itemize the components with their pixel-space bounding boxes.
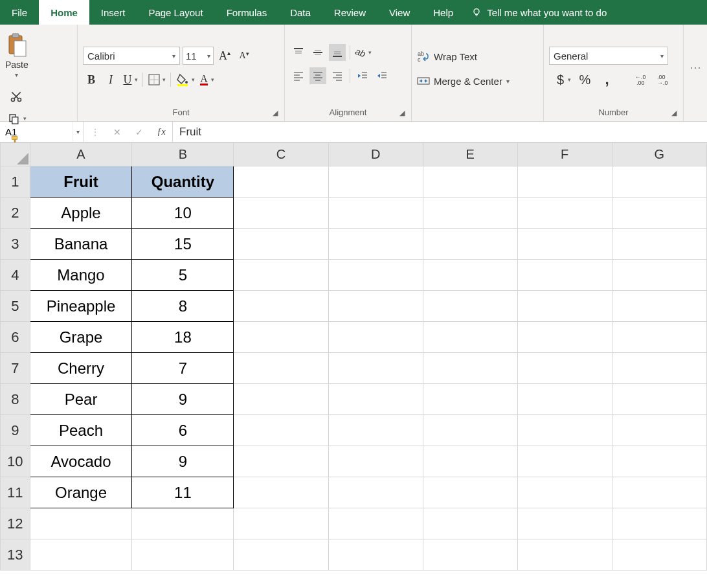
cell-F8[interactable] bbox=[517, 384, 612, 415]
cell-G13[interactable] bbox=[612, 539, 706, 571]
cell-G8[interactable] bbox=[612, 384, 706, 415]
percent-button[interactable]: % bbox=[577, 71, 594, 88]
cell-B2[interactable]: 10 bbox=[132, 198, 234, 229]
row-header-10[interactable]: 10 bbox=[1, 446, 30, 477]
cell-B7[interactable]: 7 bbox=[132, 353, 234, 384]
cell-G12[interactable] bbox=[612, 508, 706, 539]
cell-C9[interactable] bbox=[234, 415, 328, 446]
currency-button[interactable]: $ bbox=[555, 71, 572, 88]
column-header-B[interactable]: B bbox=[132, 143, 234, 166]
align-center-button[interactable] bbox=[309, 67, 326, 84]
cell-F4[interactable] bbox=[517, 260, 612, 291]
cell-D8[interactable] bbox=[328, 384, 423, 415]
tab-data[interactable]: Data bbox=[278, 0, 322, 25]
cell-D1[interactable] bbox=[328, 166, 423, 198]
cell-F3[interactable] bbox=[517, 229, 612, 260]
cell-F12[interactable] bbox=[517, 508, 612, 539]
cell-C4[interactable] bbox=[234, 260, 328, 291]
column-header-A[interactable]: A bbox=[30, 143, 132, 166]
align-left-button[interactable] bbox=[290, 67, 307, 84]
font-name-select[interactable]: Calibri▾ bbox=[83, 47, 180, 65]
cell-E6[interactable] bbox=[423, 322, 517, 353]
cell-D12[interactable] bbox=[328, 508, 423, 539]
cell-F7[interactable] bbox=[517, 353, 612, 384]
align-middle-button[interactable] bbox=[309, 44, 326, 61]
row-header-13[interactable]: 13 bbox=[1, 539, 30, 571]
font-color-button[interactable]: A bbox=[198, 71, 215, 88]
decrease-font-button[interactable]: A▾ bbox=[236, 47, 252, 64]
cell-A10[interactable]: Avocado bbox=[30, 446, 132, 477]
increase-indent-button[interactable] bbox=[374, 67, 390, 84]
cell-E3[interactable] bbox=[423, 229, 517, 260]
cell-D2[interactable] bbox=[328, 198, 423, 229]
cell-B1[interactable]: Quantity bbox=[132, 166, 234, 198]
cell-E2[interactable] bbox=[423, 198, 517, 229]
tab-help[interactable]: Help bbox=[421, 0, 465, 25]
alignment-dialog-launcher[interactable]: ◢ bbox=[399, 109, 405, 117]
font-size-select[interactable]: 11▾ bbox=[183, 47, 214, 65]
cell-A8[interactable]: Pear bbox=[30, 384, 132, 415]
row-header-11[interactable]: 11 bbox=[1, 477, 30, 508]
cell-E8[interactable] bbox=[423, 384, 517, 415]
formula-input[interactable]: Fruit bbox=[173, 122, 707, 142]
cell-D7[interactable] bbox=[328, 353, 423, 384]
number-dialog-launcher[interactable]: ◢ bbox=[671, 109, 677, 117]
increase-font-button[interactable]: A▴ bbox=[216, 47, 233, 64]
cell-B9[interactable]: 6 bbox=[132, 415, 234, 446]
align-right-button[interactable] bbox=[329, 67, 346, 84]
row-header-4[interactable]: 4 bbox=[1, 260, 30, 291]
align-top-button[interactable] bbox=[290, 44, 307, 61]
tab-review[interactable]: Review bbox=[322, 0, 377, 25]
row-header-9[interactable]: 9 bbox=[1, 415, 30, 446]
spreadsheet-grid[interactable]: ABCDEFG1FruitQuantity2Apple103Banana154M… bbox=[0, 142, 707, 588]
underline-button[interactable]: U bbox=[122, 71, 139, 88]
cell-G2[interactable] bbox=[612, 198, 706, 229]
tab-file[interactable]: File bbox=[0, 0, 39, 25]
cell-A12[interactable] bbox=[30, 508, 132, 539]
cell-C2[interactable] bbox=[234, 198, 328, 229]
cell-B3[interactable]: 15 bbox=[132, 229, 234, 260]
cell-F9[interactable] bbox=[517, 415, 612, 446]
enter-formula-button[interactable]: ✓ bbox=[128, 122, 150, 142]
cell-B13[interactable] bbox=[132, 539, 234, 571]
cell-D3[interactable] bbox=[328, 229, 423, 260]
cell-C10[interactable] bbox=[234, 446, 328, 477]
cell-D13[interactable] bbox=[328, 539, 423, 571]
column-header-D[interactable]: D bbox=[328, 143, 423, 166]
cell-E5[interactable] bbox=[423, 291, 517, 322]
cell-F2[interactable] bbox=[517, 198, 612, 229]
number-format-select[interactable]: General▾ bbox=[549, 47, 668, 65]
cell-B12[interactable] bbox=[132, 508, 234, 539]
tab-view[interactable]: View bbox=[377, 0, 421, 25]
cell-C12[interactable] bbox=[234, 508, 328, 539]
row-header-2[interactable]: 2 bbox=[1, 198, 30, 229]
orientation-button[interactable]: ab bbox=[354, 44, 372, 61]
cell-D6[interactable] bbox=[328, 322, 423, 353]
column-header-G[interactable]: G bbox=[612, 143, 706, 166]
cell-C7[interactable] bbox=[234, 353, 328, 384]
cell-D5[interactable] bbox=[328, 291, 423, 322]
cell-B10[interactable]: 9 bbox=[132, 446, 234, 477]
cell-E4[interactable] bbox=[423, 260, 517, 291]
tab-page-layout[interactable]: Page Layout bbox=[137, 0, 214, 25]
cell-C8[interactable] bbox=[234, 384, 328, 415]
tab-formulas[interactable]: Formulas bbox=[215, 0, 279, 25]
cell-F11[interactable] bbox=[517, 477, 612, 508]
cell-G3[interactable] bbox=[612, 229, 706, 260]
cell-A11[interactable]: Orange bbox=[30, 477, 132, 508]
cut-button[interactable] bbox=[5, 87, 27, 106]
decrease-decimal-button[interactable]: .00→.0 bbox=[656, 71, 673, 88]
cell-F1[interactable] bbox=[517, 166, 612, 198]
cell-E12[interactable] bbox=[423, 508, 517, 539]
wrap-text-button[interactable]: abc Wrap Text bbox=[417, 47, 538, 65]
cell-A7[interactable]: Cherry bbox=[30, 353, 132, 384]
cell-C1[interactable] bbox=[234, 166, 328, 198]
name-box-dropdown[interactable]: ▾ bbox=[73, 122, 84, 142]
cell-A4[interactable]: Mango bbox=[30, 260, 132, 291]
cell-A13[interactable] bbox=[30, 539, 132, 571]
cell-B11[interactable]: 11 bbox=[132, 477, 234, 508]
copy-button[interactable] bbox=[5, 109, 27, 128]
cell-A2[interactable]: Apple bbox=[30, 198, 132, 229]
cell-A9[interactable]: Peach bbox=[30, 415, 132, 446]
insert-function-button[interactable]: ƒx bbox=[150, 122, 172, 142]
